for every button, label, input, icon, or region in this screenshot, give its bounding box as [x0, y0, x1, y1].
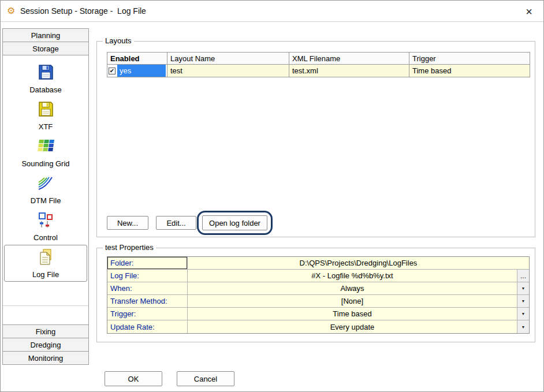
column-header-layout-name[interactable]: Layout Name: [167, 53, 289, 65]
window-title: Session Setup - Storage - Log File: [20, 6, 146, 16]
edit-button[interactable]: Edit...: [156, 216, 196, 230]
when-value[interactable]: Always: [188, 282, 517, 294]
sidebar-item-log-file[interactable]: Log File: [4, 245, 87, 282]
sidebar-item-dredging[interactable]: Dredging: [2, 338, 89, 352]
colored-grid-icon: [36, 137, 55, 157]
cell-trigger[interactable]: Time based: [409, 65, 530, 77]
properties-group-label: test Properties: [103, 243, 156, 252]
session-setup-window: ⚙ Session Setup - Storage - Log File × P…: [0, 0, 544, 392]
cell-xml-filename[interactable]: test.xml: [289, 65, 409, 77]
property-label: Update Rate:: [107, 320, 188, 333]
property-label: When:: [107, 282, 188, 294]
sidebar-item-sounding-grid[interactable]: Sounding Grid: [3, 134, 88, 171]
trigger-value[interactable]: Time based: [188, 308, 517, 320]
sidebar-item-label: Database: [29, 85, 62, 94]
ok-button[interactable]: OK: [105, 371, 162, 386]
property-row-transfer-method: Transfer Method: [None] ▼: [107, 295, 529, 308]
property-label: Transfer Method:: [107, 295, 188, 307]
property-row-update-rate: Update Rate: Every update ▼: [107, 320, 529, 333]
floppy-disk-yellow-icon: [36, 100, 55, 120]
layouts-group-label: Layouts: [103, 36, 134, 45]
property-label: Folder:: [107, 257, 188, 269]
storage-icon-panel: Database XTF: [2, 55, 89, 325]
chevron-down-icon[interactable]: ▼: [517, 320, 529, 333]
sidebar-item-monitoring[interactable]: Monitoring: [2, 351, 89, 365]
close-icon[interactable]: ×: [522, 4, 536, 18]
sidebar-item-label: DTM File: [31, 196, 61, 205]
cancel-button[interactable]: Cancel: [177, 371, 234, 386]
enabled-value: yes: [117, 65, 166, 77]
contour-fan-icon: [36, 174, 55, 194]
sidebar: Planning Storage Database: [2, 28, 89, 365]
sidebar-item-control[interactable]: Control: [3, 208, 88, 245]
titlebar: ⚙ Session Setup - Storage - Log File ×: [1, 1, 543, 22]
sidebar-item-database[interactable]: Database: [3, 60, 88, 97]
update-rate-value[interactable]: Every update: [188, 320, 517, 333]
sidebar-item-dtm-file[interactable]: DTM File: [3, 171, 88, 208]
sidebar-item-label: Log File: [32, 270, 59, 279]
property-label: Trigger:: [107, 308, 188, 320]
column-header-enabled[interactable]: Enabled: [107, 53, 167, 65]
sidebar-item-storage[interactable]: Storage: [2, 42, 89, 55]
property-row-when: When: Always ▼: [107, 282, 529, 295]
property-row-trigger: Trigger: Time based ▼: [107, 308, 529, 320]
cell-enabled[interactable]: ✔ yes: [107, 65, 167, 77]
folder-value[interactable]: D:\QPS\Projects\Dredging\LogFiles: [188, 257, 529, 269]
table-header-row: Enabled Layout Name XML Filename Trigger: [107, 53, 530, 65]
properties-grid: Folder: D:\QPS\Projects\Dredging\LogFile…: [107, 256, 530, 334]
test-properties-groupbox: test Properties Folder: D:\QPS\Projects\…: [96, 248, 535, 342]
log-file-value[interactable]: #X - Logfile %d%b%y.txt: [188, 270, 517, 282]
floppy-disk-blue-icon: [36, 63, 55, 83]
property-row-folder: Folder: D:\QPS\Projects\Dredging\LogFile…: [107, 257, 529, 270]
property-label: Log File:: [107, 270, 188, 282]
gear-icon: ⚙: [7, 5, 15, 17]
sidebar-item-label: Sounding Grid: [21, 159, 69, 168]
sidebar-empty-cell: [3, 282, 88, 306]
layouts-groupbox: Layouts Enabled Layout Name XML Filename…: [96, 41, 535, 237]
transfer-method-value[interactable]: [None]: [188, 295, 517, 307]
new-button[interactable]: New...: [107, 216, 148, 230]
chevron-down-icon[interactable]: ▼: [517, 308, 529, 320]
document-file-icon: [36, 248, 55, 268]
table-row[interactable]: ✔ yes test test.xml Time based: [107, 65, 530, 77]
property-row-log-file: Log File: #X - Logfile %d%b%y.txt ...: [107, 270, 529, 282]
sidebar-item-planning[interactable]: Planning: [2, 28, 89, 42]
sidebar-item-xtf[interactable]: XTF: [3, 97, 88, 134]
control-panel-icon: [36, 211, 55, 231]
checkbox-checked-icon[interactable]: ✔: [109, 68, 115, 74]
open-log-folder-button[interactable]: Open log folder: [202, 215, 267, 230]
chevron-down-icon[interactable]: ▼: [517, 295, 529, 307]
browse-button[interactable]: ...: [517, 270, 529, 282]
column-header-trigger[interactable]: Trigger: [409, 53, 530, 65]
cell-layout-name[interactable]: test: [167, 65, 289, 77]
column-header-xml-filename[interactable]: XML Filename: [289, 53, 409, 65]
sidebar-item-label: XTF: [39, 122, 53, 131]
chevron-down-icon[interactable]: ▼: [517, 282, 529, 294]
sidebar-item-label: Control: [33, 233, 58, 242]
sidebar-item-fixing[interactable]: Fixing: [2, 324, 89, 338]
layouts-table: Enabled Layout Name XML Filename Trigger…: [107, 52, 530, 77]
